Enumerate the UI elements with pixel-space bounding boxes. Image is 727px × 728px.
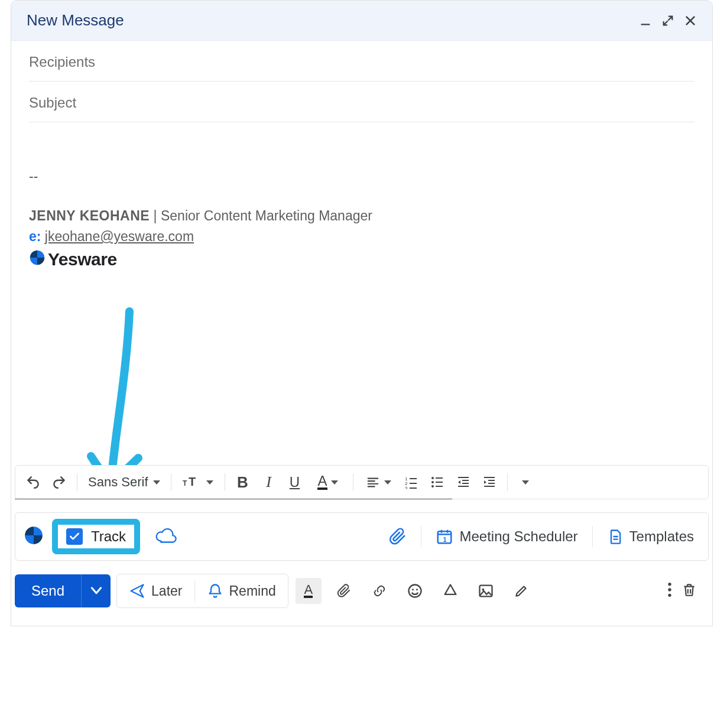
window-controls bbox=[639, 14, 697, 27]
yesware-toolbar: Track 1 Meeting Scheduler Templates bbox=[15, 512, 709, 561]
signature-title: Senior Content Marketing Manager bbox=[161, 208, 372, 223]
insert-link-icon[interactable] bbox=[366, 578, 392, 604]
svg-point-12 bbox=[412, 589, 414, 590]
chevron-down-icon bbox=[206, 480, 213, 485]
svg-point-13 bbox=[416, 589, 418, 590]
formatting-toolbar: Sans Serif TT B I U A 123 bbox=[15, 465, 709, 499]
compose-fields: Recipients Subject bbox=[11, 41, 712, 122]
send-toolbar: Send Later Remind A bbox=[15, 574, 709, 608]
later-remind-group: Later Remind bbox=[116, 574, 288, 608]
compose-window: New Message Recipients Subject -- JENNY … bbox=[11, 0, 713, 626]
chevron-down-icon bbox=[153, 480, 160, 485]
signature-line-1: JENNY KEOHANE | Senior Content Marketing… bbox=[29, 208, 694, 224]
text-format-toggle-icon[interactable]: A bbox=[296, 578, 322, 604]
compose-body[interactable]: -- JENNY KEOHANE | Senior Content Market… bbox=[11, 122, 712, 465]
cloud-button[interactable] bbox=[148, 524, 183, 549]
meeting-scheduler-label: Meeting Scheduler bbox=[459, 528, 577, 545]
insert-photo-icon[interactable] bbox=[473, 578, 499, 604]
indent-more-button[interactable] bbox=[478, 470, 501, 494]
align-dropdown[interactable] bbox=[359, 470, 397, 494]
font-size-dropdown[interactable]: TT bbox=[177, 470, 219, 494]
svg-text:3: 3 bbox=[405, 486, 408, 489]
font-family-dropdown[interactable]: Sans Serif bbox=[83, 470, 165, 494]
svg-point-17 bbox=[668, 588, 671, 591]
svg-point-16 bbox=[668, 583, 671, 586]
svg-text:T: T bbox=[189, 475, 196, 488]
underline-button[interactable]: U bbox=[283, 470, 307, 494]
svg-text:1: 1 bbox=[443, 536, 447, 543]
subject-field[interactable]: Subject bbox=[29, 82, 694, 122]
minimize-icon[interactable] bbox=[639, 14, 652, 27]
recipients-placeholder: Recipients bbox=[29, 54, 95, 70]
compose-action-icons: A bbox=[296, 578, 534, 604]
numbered-list-button[interactable]: 123 bbox=[400, 470, 423, 494]
bulleted-list-button[interactable] bbox=[426, 470, 449, 494]
signature-title-sep: | bbox=[150, 208, 161, 223]
track-label: Track bbox=[91, 528, 126, 545]
italic-button[interactable]: I bbox=[257, 470, 281, 494]
indent-less-button[interactable] bbox=[452, 470, 475, 494]
attach-file-icon[interactable] bbox=[331, 578, 357, 604]
svg-point-11 bbox=[408, 585, 421, 597]
compose-header: New Message bbox=[11, 1, 712, 41]
compose-title: New Message bbox=[27, 11, 124, 30]
redo-icon[interactable] bbox=[47, 470, 71, 494]
attach-button[interactable] bbox=[383, 523, 413, 550]
track-checkbox-icon bbox=[66, 528, 83, 545]
expand-icon[interactable] bbox=[661, 14, 674, 27]
insert-emoji-icon[interactable] bbox=[402, 578, 428, 604]
yesware-logo: Yesware bbox=[29, 249, 694, 269]
recipients-field[interactable]: Recipients bbox=[29, 41, 694, 82]
templates-button[interactable]: Templates bbox=[601, 524, 700, 550]
send-more-dropdown[interactable] bbox=[81, 574, 111, 607]
remind-button[interactable]: Remind bbox=[195, 574, 288, 607]
later-button[interactable]: Later bbox=[117, 574, 194, 607]
subject-placeholder: Subject bbox=[29, 95, 76, 110]
signature-line-2: e: jkeohane@yesware.com bbox=[29, 229, 694, 245]
font-family-label: Sans Serif bbox=[88, 474, 148, 490]
svg-point-8 bbox=[431, 485, 434, 488]
yesware-mark-icon bbox=[29, 249, 46, 269]
meeting-scheduler-button[interactable]: 1 Meeting Scheduler bbox=[430, 524, 583, 549]
signature-divider: -- bbox=[29, 168, 694, 184]
yesware-icon[interactable] bbox=[24, 525, 44, 548]
svg-text:T: T bbox=[183, 479, 187, 488]
chevron-down-icon bbox=[384, 480, 391, 485]
pen-icon[interactable] bbox=[508, 578, 534, 604]
templates-label: Templates bbox=[629, 528, 694, 545]
yesware-brand-text: Yesware bbox=[48, 249, 117, 269]
track-button[interactable]: Track bbox=[52, 519, 140, 554]
discard-draft-icon[interactable] bbox=[681, 581, 697, 601]
more-options-icon[interactable] bbox=[667, 581, 672, 600]
close-icon[interactable] bbox=[684, 14, 697, 27]
chevron-down-icon bbox=[522, 480, 529, 485]
send-button[interactable]: Send bbox=[15, 574, 81, 607]
svg-point-18 bbox=[668, 594, 671, 597]
signature-email-label: e: bbox=[29, 229, 41, 244]
bold-button[interactable]: B bbox=[231, 470, 255, 494]
undo-icon[interactable] bbox=[21, 470, 45, 494]
later-label: Later bbox=[151, 583, 182, 599]
chevron-down-icon bbox=[331, 480, 338, 485]
drive-icon[interactable] bbox=[437, 578, 463, 604]
more-formatting-dropdown[interactable] bbox=[514, 470, 537, 494]
signature-email-link[interactable]: jkeohane@yesware.com bbox=[45, 229, 194, 244]
text-color-dropdown[interactable]: A bbox=[309, 470, 347, 494]
svg-point-7 bbox=[431, 481, 434, 483]
svg-point-6 bbox=[431, 477, 434, 479]
signature-name: JENNY KEOHANE bbox=[29, 208, 150, 223]
remind-label: Remind bbox=[229, 583, 276, 599]
